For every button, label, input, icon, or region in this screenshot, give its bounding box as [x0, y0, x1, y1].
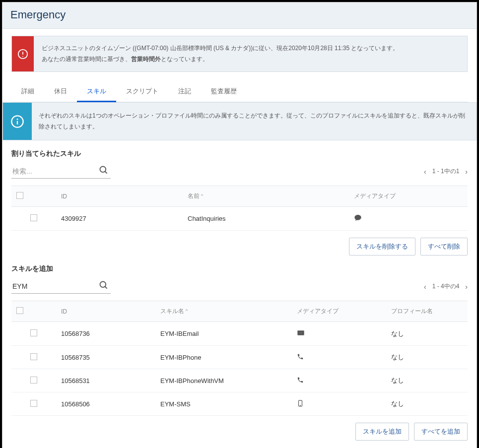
pager-next-icon[interactable]: ›: [465, 283, 468, 291]
col-profile[interactable]: プロフィール名: [386, 301, 468, 322]
pager-next-icon[interactable]: ›: [465, 168, 468, 176]
sms-icon: [297, 401, 304, 408]
col-id[interactable]: ID: [56, 186, 183, 207]
svg-point-2: [22, 56, 23, 57]
tab-skill[interactable]: スキル: [77, 82, 116, 102]
cell-name: EYM-IBPhone: [155, 346, 292, 369]
tabs: 詳細 休日 スキル スクリプト 注記 監査履歴: [11, 82, 468, 102]
tab-note[interactable]: 注記: [168, 82, 201, 102]
warning-alert: ビジネスユニットのタイムゾーン ((GMT-07:00) 山岳部標準時間 (US…: [11, 36, 468, 72]
cell-name: EYM-SMS: [155, 392, 292, 416]
chat-icon: [354, 216, 362, 223]
search-icon[interactable]: [99, 280, 109, 292]
select-all-checkbox[interactable]: [16, 192, 23, 199]
table-row[interactable]: 10568506EYM-SMSなし: [11, 392, 468, 416]
table-row[interactable]: 10568735EYM-IBPhoneなし: [11, 346, 468, 369]
cell-profile: なし: [386, 392, 468, 416]
col-id[interactable]: ID: [56, 301, 155, 322]
table-row[interactable]: 10568531EYM-IBPhoneWithVMなし: [11, 369, 468, 392]
cell-profile: なし: [386, 322, 468, 346]
email-icon: [297, 331, 305, 338]
row-checkbox[interactable]: [30, 377, 37, 384]
add-skill-button[interactable]: スキルを追加: [355, 423, 409, 441]
remove-all-button[interactable]: すべて削除: [420, 238, 468, 256]
add-title: スキルを追加: [11, 264, 468, 273]
cell-media: [292, 322, 386, 346]
pager-prev-icon[interactable]: ‹: [424, 168, 426, 176]
cell-name: EYM-IBEmail: [155, 322, 292, 346]
tab-detail[interactable]: 詳細: [11, 82, 44, 102]
info-banner: それぞれのスキルは1つのオペレーション・プロファイル時間にのみ属することができま…: [2, 102, 477, 140]
assigned-title: 割り当てられたスキル: [11, 149, 468, 158]
row-checkbox[interactable]: [30, 353, 37, 360]
warning-icon: [12, 36, 34, 71]
add-all-button[interactable]: すべてを追加: [414, 423, 468, 441]
tab-audit[interactable]: 監査履歴: [201, 82, 247, 102]
svg-line-9: [105, 287, 107, 289]
pager-text: 1 - 4中の4: [432, 282, 460, 291]
alert-line2: あなたの通常営業時間に基づき、営業時間外となっています。: [42, 54, 399, 65]
add-pager: ‹ 1 - 4中の4 ›: [424, 282, 468, 291]
table-row[interactable]: 4309927 ChatInquiries: [11, 207, 468, 231]
add-search-input[interactable]: [11, 279, 111, 294]
col-skill[interactable]: スキル名: [155, 301, 292, 322]
col-media[interactable]: メディアタイプ: [349, 186, 468, 207]
cell-id: 10568735: [56, 346, 155, 369]
info-icon: [3, 103, 32, 140]
col-media[interactable]: メディアタイプ: [292, 301, 386, 322]
search-icon[interactable]: [99, 165, 109, 177]
assigned-table: ID 名前 メディアタイプ 4309927 ChatInquiries: [11, 186, 468, 231]
pager-prev-icon[interactable]: ‹: [424, 283, 426, 291]
alert-line1: ビジネスユニットのタイムゾーン ((GMT-07:00) 山岳部標準時間 (US…: [42, 43, 399, 54]
svg-point-4: [17, 119, 18, 120]
phone-icon: [297, 378, 304, 385]
select-all-checkbox[interactable]: [16, 307, 23, 314]
cell-profile: なし: [386, 369, 468, 392]
col-name[interactable]: 名前: [183, 186, 349, 207]
svg-point-8: [100, 282, 106, 288]
assigned-search-input[interactable]: [11, 164, 111, 179]
cell-media: [292, 346, 386, 369]
row-checkbox[interactable]: [30, 329, 37, 336]
tab-holiday[interactable]: 休日: [44, 82, 77, 102]
pager-text: 1 - 1中の1: [432, 167, 460, 176]
cell-media: [292, 392, 386, 416]
svg-point-6: [100, 167, 106, 173]
add-table: ID スキル名 メディアタイプ プロフィール名 10568736EYM-IBEm…: [11, 301, 468, 416]
phone-icon: [297, 354, 304, 362]
cell-id: 10568506: [56, 392, 155, 416]
remove-skill-button[interactable]: スキルを削除する: [349, 238, 415, 256]
cell-id: 10568736: [56, 322, 155, 346]
info-text: それぞれのスキルは1つのオペレーション・プロファイル時間にのみ属することができま…: [32, 103, 476, 140]
cell-media: [349, 207, 468, 231]
cell-media: [292, 369, 386, 392]
cell-id: 4309927: [56, 207, 183, 231]
svg-line-7: [105, 172, 107, 174]
table-row[interactable]: 10568736EYM-IBEmailなし: [11, 322, 468, 346]
assigned-pager: ‹ 1 - 1中の1 ›: [424, 167, 468, 176]
page-title: Emergency: [2, 2, 477, 29]
row-checkbox[interactable]: [30, 214, 37, 221]
cell-id: 10568531: [56, 369, 155, 392]
cell-profile: なし: [386, 346, 468, 369]
cell-name: EYM-IBPhoneWithVM: [155, 369, 292, 392]
row-checkbox[interactable]: [30, 400, 37, 407]
tab-script[interactable]: スクリプト: [116, 82, 168, 102]
cell-name: ChatInquiries: [183, 207, 349, 231]
